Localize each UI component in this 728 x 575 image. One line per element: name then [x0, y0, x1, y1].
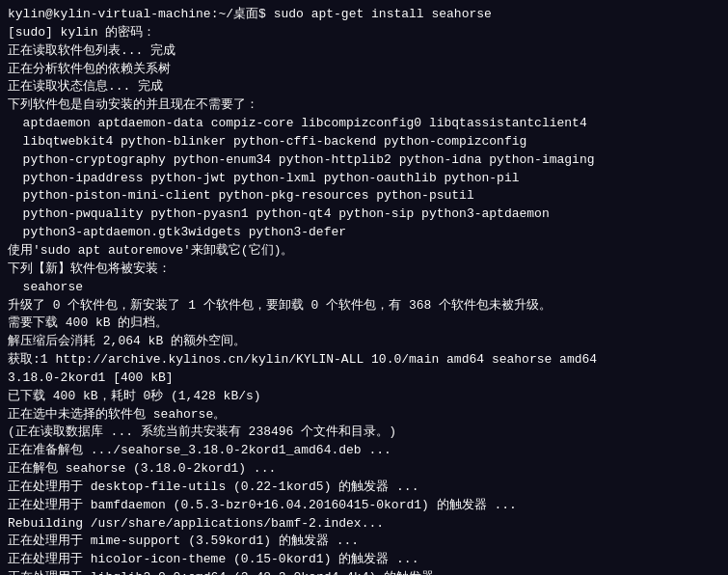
terminal-line: Rebuilding /usr/share/applications/bamf-… [8, 515, 720, 534]
terminal-line: 正在处理用于 bamfdaemon (0.5.3-bzr0+16.04.2016… [8, 497, 720, 515]
terminal-line: 下列软件包是自动安装的并且现在不需要了： [8, 96, 720, 115]
terminal-line: 正在选中未选择的软件包 seahorse。 [8, 406, 720, 424]
terminal-line: 升级了 0 个软件包，新安装了 1 个软件包，要卸载 0 个软件包，有 368 … [8, 297, 720, 315]
terminal-line: kylin@kylin-virtual-machine:~/桌面$ sudo a… [8, 6, 720, 24]
terminal-line: 解压缩后会消耗 2,064 kB 的额外空间。 [8, 333, 720, 351]
terminal-line: seahorse [8, 279, 720, 297]
terminal-line: python-ipaddress python-jwt python-lxml … [8, 170, 720, 188]
terminal-line: 获取:1 http://archive.kylinos.cn/kylin/KYL… [8, 351, 720, 370]
terminal-line: 正在解包 seahorse (3.18.0-2kord1) ... [8, 460, 720, 479]
terminal-line: python-pwquality python-pyasn1 python-qt… [8, 205, 720, 224]
terminal-line: 正在处理用于 libglib2.0-0:amd64 (2.48.2-0kord4… [8, 569, 720, 575]
terminal-line: 正在处理用于 mime-support (3.59kord1) 的触发器 ... [8, 533, 720, 551]
terminal-line: 3.18.0-2kord1 [400 kB] [8, 370, 720, 388]
terminal-line: 正在处理用于 desktop-file-utils (0.22-1kord5) … [8, 479, 720, 497]
terminal-line: aptdaemon aptdaemon-data compiz-core lib… [8, 115, 720, 133]
terminal-line: libqtwebkit4 python-blinker python-cffi-… [8, 133, 720, 151]
terminal-line: python3-aptdaemon.gtk3widgets python3-de… [8, 224, 720, 242]
terminal-output: kylin@kylin-virtual-machine:~/桌面$ sudo a… [8, 6, 720, 575]
terminal-line: 需要下载 400 kB 的归档。 [8, 315, 720, 333]
terminal-line: (正在读取数据库 ... 系统当前共安装有 238496 个文件和目录。) [8, 424, 720, 442]
terminal-line: 使用'sudo apt autoremove'来卸载它(它们)。 [8, 242, 720, 260]
terminal-line: 正在准备解包 .../seahorse_3.18.0-2kord1_amd64.… [8, 442, 720, 460]
terminal-window[interactable]: kylin@kylin-virtual-machine:~/桌面$ sudo a… [0, 0, 728, 575]
terminal-line: python-piston-mini-client python-pkg-res… [8, 187, 720, 205]
terminal-line: 正在分析软件包的依赖关系树 [8, 61, 720, 79]
terminal-line: 下列【新】软件包将被安装： [8, 260, 720, 279]
terminal-line: [sudo] kylin 的密码： [8, 24, 720, 42]
terminal-line: 已下载 400 kB，耗时 0秒 (1,428 kB/s) [8, 388, 720, 406]
terminal-line: 正在处理用于 hicolor-icon-theme (0.15-0kord1) … [8, 551, 720, 569]
terminal-line: 正在读取状态信息... 完成 [8, 78, 720, 96]
terminal-line: 正在读取软件包列表... 完成 [8, 42, 720, 61]
terminal-line: python-cryptography python-enum34 python… [8, 151, 720, 170]
